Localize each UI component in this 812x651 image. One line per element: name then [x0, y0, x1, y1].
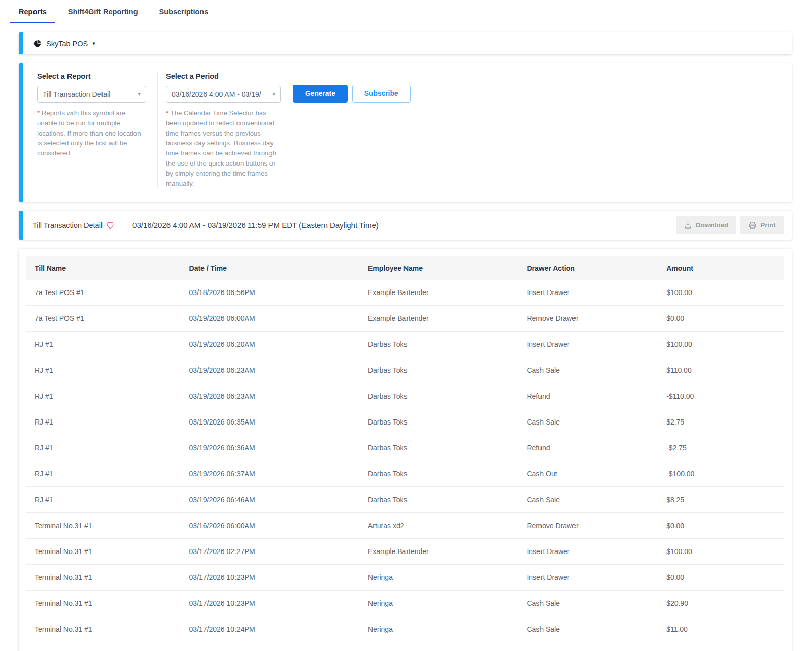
pos-selector-label: SkyTab POS [46, 40, 88, 48]
table-cell: Remove Drawer [519, 513, 658, 539]
table-cell: Darbas Toks [360, 409, 519, 435]
table-cell: 03/19/2026 06:46AM [181, 487, 360, 513]
table-cell: 03/18/2026 06:56PM [181, 280, 360, 306]
skytab-logo-icon [33, 39, 42, 48]
table-cell: RJ #1 [26, 357, 181, 383]
table-cell: $0.00 [658, 306, 784, 332]
report-period-text: 03/16/2026 4:00 AM - 03/19/2026 11:59 PM… [132, 221, 379, 230]
table-cell: $11.00 [658, 616, 784, 642]
accent-bar [19, 32, 23, 54]
download-button[interactable]: Download [676, 216, 737, 234]
table-row: Terminal No.31 #103/17/2026 02:27PMExamp… [26, 539, 784, 565]
subscribe-button[interactable]: Subscribe [352, 85, 411, 103]
tab-bar: Reports Shift4Gift Reporting Subscriptio… [0, 0, 812, 23]
table-cell: 03/19/2026 06:36AM [181, 435, 360, 461]
table-cell: 03/17/2026 10:23PM [181, 565, 360, 591]
table-cell: Darbas Toks [360, 357, 519, 383]
table-cell: $20.90 [658, 591, 784, 616]
table-cell: Darbas Toks [360, 487, 519, 513]
table-row: Terminal No.31 #103/16/2026 06:00AMArtur… [26, 513, 784, 539]
period-select[interactable]: 03/16/2026 4:00 AM - 03/19/ ▾ [166, 86, 281, 103]
table-cell: Insert Drawer [519, 280, 658, 306]
report-table-body: 7a Test POS #103/18/2026 06:56PMExample … [26, 280, 784, 651]
table-cell: Cash Sale [519, 487, 658, 513]
report-select[interactable]: Till Transaction Detail ▾ [37, 86, 146, 103]
table-cell: 03/19/2026 06:35AM [181, 409, 360, 435]
favorite-heart-icon[interactable] [106, 221, 114, 230]
required-asterisk: * [166, 109, 168, 117]
table-cell: 03/17/2026 10:25PM [181, 642, 360, 651]
table-cell: Terminal No.31 #1 [26, 591, 181, 616]
download-button-label: Download [696, 221, 729, 229]
tab-subscriptions[interactable]: Subscriptions [151, 0, 217, 23]
select-report-label: Select a Report [37, 72, 146, 80]
period-note: * The Calendar Time Selector has been up… [166, 108, 281, 188]
table-cell: 03/19/2026 06:23AM [181, 357, 360, 383]
period-note-text: The Calendar Time Selector has been upda… [166, 109, 276, 187]
pos-selector-card: SkyTab POS ▾ [19, 32, 792, 54]
select-period-label: Select a Period [166, 72, 281, 80]
table-cell: $8.25 [658, 487, 784, 513]
pos-selector-dropdown[interactable]: SkyTab POS ▾ [23, 32, 106, 54]
table-cell: Cash Sale [519, 409, 658, 435]
chevron-down-icon: ▾ [92, 41, 95, 46]
printer-icon [749, 221, 756, 229]
tab-shift4gift-reporting[interactable]: Shift4Gift Reporting [59, 0, 147, 23]
table-cell: Neringa [360, 565, 519, 591]
table-cell: Darbas Toks [360, 332, 519, 357]
column-header-employee-name: Employee Name [360, 256, 519, 280]
print-button-label: Print [760, 221, 776, 229]
table-row: RJ #103/19/2026 06:23AMDarbas ToksCash S… [26, 357, 784, 383]
table-cell: Terminal No.31 #1 [26, 565, 181, 591]
table-cell: Terminal No.31 #1 [26, 616, 181, 642]
table-cell: Terminal No.31 #1 [26, 539, 181, 565]
table-cell: 7a Test POS #1 [26, 280, 181, 306]
table-cell: 03/19/2026 06:20AM [181, 332, 360, 357]
table-cell: $110.00 [658, 357, 784, 383]
table-cell: RJ #1 [26, 435, 181, 461]
chevron-down-icon: ▾ [138, 91, 141, 97]
download-icon [684, 221, 692, 229]
table-cell: Example Bartender [360, 539, 519, 565]
table-cell: Insert Drawer [519, 332, 658, 357]
table-cell: $100.00 [658, 332, 784, 357]
table-cell: $2.75 [658, 409, 784, 435]
table-row: Terminal No.31 #103/17/2026 10:23PMNerin… [26, 565, 784, 591]
table-cell: Cash Sale [519, 616, 658, 642]
table-cell: -$2.75 [658, 435, 784, 461]
column-header-date-time: Date / Time [181, 256, 360, 280]
table-cell: Refund [519, 383, 658, 409]
report-table: Till Name Date / Time Employee Name Draw… [26, 256, 784, 651]
table-cell: Darbas Toks [360, 435, 519, 461]
table-cell: 03/16/2026 06:00AM [181, 513, 360, 539]
tab-reports[interactable]: Reports [10, 0, 55, 23]
table-cell: Terminal No.31 #1 [26, 513, 181, 539]
table-cell: 03/19/2026 06:23AM [181, 383, 360, 409]
report-select-value: Till Transaction Detail [43, 90, 134, 99]
table-cell: 03/19/2026 06:37AM [181, 461, 360, 487]
report-table-card: Till Name Date / Time Employee Name Draw… [19, 249, 792, 651]
table-cell: Terminal No.31 #1 [26, 642, 181, 651]
table-cell: 03/17/2026 10:23PM [181, 591, 360, 616]
table-cell: $0.00 [658, 565, 784, 591]
table-cell: Neringa [360, 616, 519, 642]
table-row: Terminal No.31 #103/17/2026 10:24PMNerin… [26, 616, 784, 642]
table-cell: Example Bartender [360, 306, 519, 332]
report-note-text: Reports with this symbol are unable to b… [37, 109, 141, 157]
column-header-amount: Amount [658, 256, 784, 280]
table-cell: Arturas xd2 [360, 513, 519, 539]
print-button[interactable]: Print [740, 216, 784, 234]
table-cell: Neringa [360, 591, 519, 616]
report-title: Till Transaction Detail [32, 221, 103, 230]
table-cell: $0.00 [658, 513, 784, 539]
column-header-drawer-action: Drawer Action [519, 256, 658, 280]
table-cell: RJ #1 [26, 461, 181, 487]
table-cell: $100.00 [658, 280, 784, 306]
table-cell: Insert Drawer [519, 539, 658, 565]
table-row: RJ #103/19/2026 06:35AMDarbas ToksCash S… [26, 409, 784, 435]
table-row: RJ #103/19/2026 06:37AMDarbas ToksCash O… [26, 461, 784, 487]
report-header-card: Till Transaction Detail 03/16/2026 4:00 … [19, 211, 792, 240]
chevron-down-icon: ▾ [272, 91, 275, 97]
generate-button[interactable]: Generate [293, 85, 348, 103]
table-cell: Insert Drawer [519, 565, 658, 591]
